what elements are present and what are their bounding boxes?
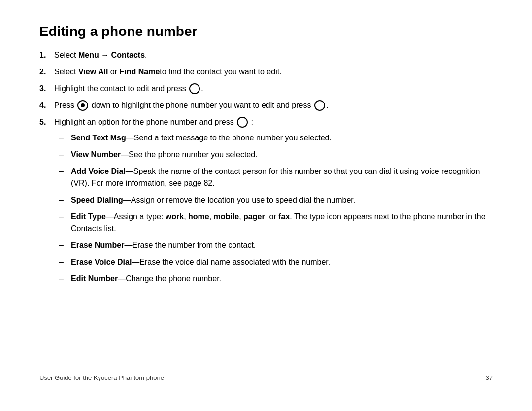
view-all-label: View All — [78, 68, 108, 76]
menu-label: Menu — [78, 51, 99, 59]
step-2-num: 2. — [39, 66, 54, 78]
ok-icon-step3 — [189, 83, 200, 94]
pager-label: pager — [243, 212, 265, 221]
find-name-label: Find Name — [120, 68, 160, 76]
step-4: 4. Press down to highlight the phone num… — [39, 100, 493, 111]
step-3: 3. Highlight the contact to edit and pre… — [39, 83, 493, 95]
step-5-num: 5. — [39, 116, 54, 290]
step-3-num: 3. — [39, 83, 54, 95]
steps-list: 1. Select Menu → Contacts. 2. Select Vie… — [39, 49, 493, 290]
content-area: Editing a phone number 1. Select Menu → … — [39, 24, 493, 358]
page-container: Editing a phone number 1. Select Menu → … — [0, 0, 532, 411]
sub-content-erase-voice-dial: Erase Voice Dial—Erase the voice dial na… — [71, 256, 493, 268]
sub-content-send-text: Send Text Msg—Send a text message to the… — [71, 132, 493, 144]
step-4-content: Press down to highlight the phone number… — [54, 100, 493, 111]
sub-content-erase-number: Erase Number—Erase the number from the c… — [71, 240, 493, 251]
sub-item-erase-voice-dial: – Erase Voice Dial—Erase the voice dial … — [54, 256, 493, 268]
sub-item-edit-number: – Edit Number—Change the phone number. — [54, 273, 493, 285]
footer-left-text: User Guide for the Kyocera Phantom phone — [39, 374, 164, 381]
step-1: 1. Select Menu → Contacts. — [39, 49, 493, 61]
page-title: Editing a phone number — [39, 24, 493, 39]
edit-number-label: Edit Number — [71, 274, 118, 283]
dash-2: – — [59, 149, 71, 161]
erase-number-label: Erase Number — [71, 241, 125, 249]
step-3-content: Highlight the contact to edit and press … — [54, 83, 493, 95]
sub-item-view-number: – View Number—See the phone number you s… — [54, 149, 493, 161]
sub-content-edit-number: Edit Number—Change the phone number. — [71, 273, 493, 285]
nav-icon-step4 — [77, 100, 88, 111]
dash-6: – — [59, 240, 71, 251]
step-2: 2. Select View All or Find Nameto find t… — [39, 66, 493, 78]
work-label: work — [166, 212, 184, 221]
sub-content-add-voice-dial: Add Voice Dial—Speak the name of the con… — [71, 166, 493, 189]
dash-8: – — [59, 273, 71, 285]
edit-type-label: Edit Type — [71, 212, 106, 221]
sub-item-add-voice-dial: – Add Voice Dial—Speak the name of the c… — [54, 166, 493, 189]
step-5: 5. Highlight an option for the phone num… — [39, 116, 493, 290]
sub-content-edit-type: Edit Type—Assign a type: work, home, mob… — [71, 211, 493, 235]
sub-content-speed-dialing: Speed Dialing—Assign or remove the locat… — [71, 194, 493, 206]
dash-3: – — [59, 166, 71, 189]
dash-1: – — [59, 132, 71, 144]
sub-item-edit-type: – Edit Type—Assign a type: work, home, m… — [54, 211, 493, 235]
sub-item-speed-dialing: – Speed Dialing—Assign or remove the loc… — [54, 194, 493, 206]
home-label: home — [188, 212, 209, 221]
ok-icon-step4 — [314, 100, 325, 111]
mobile-label: mobile — [214, 212, 239, 221]
erase-voice-dial-label: Erase Voice Dial — [71, 258, 132, 266]
ok-icon-step5 — [237, 117, 248, 128]
step-2-content: Select View All or Find Nameto find the … — [54, 66, 493, 78]
dash-7: – — [59, 256, 71, 268]
step-1-num: 1. — [39, 49, 54, 61]
step-4-num: 4. — [39, 100, 54, 111]
dash-4: – — [59, 194, 71, 206]
footer-page-number: 37 — [486, 374, 493, 381]
step-5-content: Highlight an option for the phone number… — [54, 116, 493, 290]
footer-bar: User Guide for the Kyocera Phantom phone… — [39, 370, 493, 381]
speed-dialing-label: Speed Dialing — [71, 196, 123, 204]
sub-content-view-number: View Number—See the phone number you sel… — [71, 149, 493, 161]
add-voice-dial-label: Add Voice Dial — [71, 167, 126, 175]
sub-options-list: – Send Text Msg—Send a text message to t… — [54, 132, 493, 285]
sub-item-send-text: – Send Text Msg—Send a text message to t… — [54, 132, 493, 144]
contacts-label: Contacts — [111, 51, 145, 59]
send-text-label: Send Text Msg — [71, 134, 126, 142]
view-number-label: View Number — [71, 150, 121, 159]
sub-item-erase-number: – Erase Number—Erase the number from the… — [54, 240, 493, 251]
dash-5: – — [59, 211, 71, 235]
step-1-content: Select Menu → Contacts. — [54, 49, 493, 61]
fax-label: fax — [278, 212, 290, 221]
